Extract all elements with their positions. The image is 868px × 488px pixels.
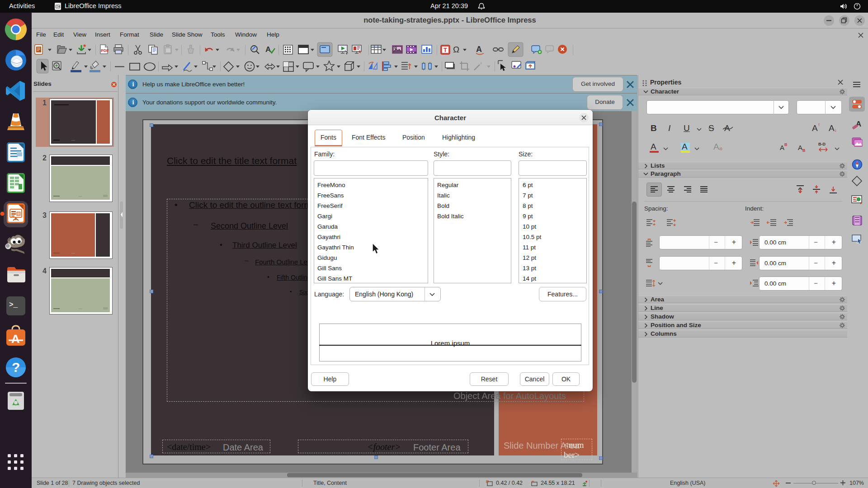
svg-text:A: A <box>476 45 482 54</box>
svg-text:T: T <box>443 47 447 53</box>
svg-text:A: A <box>11 332 20 346</box>
svg-text:PDF: PDF <box>101 48 109 53</box>
svg-text:>_: >_ <box>9 301 18 309</box>
svg-text:A: A <box>265 45 271 54</box>
svg-text:?: ? <box>12 360 20 375</box>
svg-text:Ω: Ω <box>453 45 459 54</box>
